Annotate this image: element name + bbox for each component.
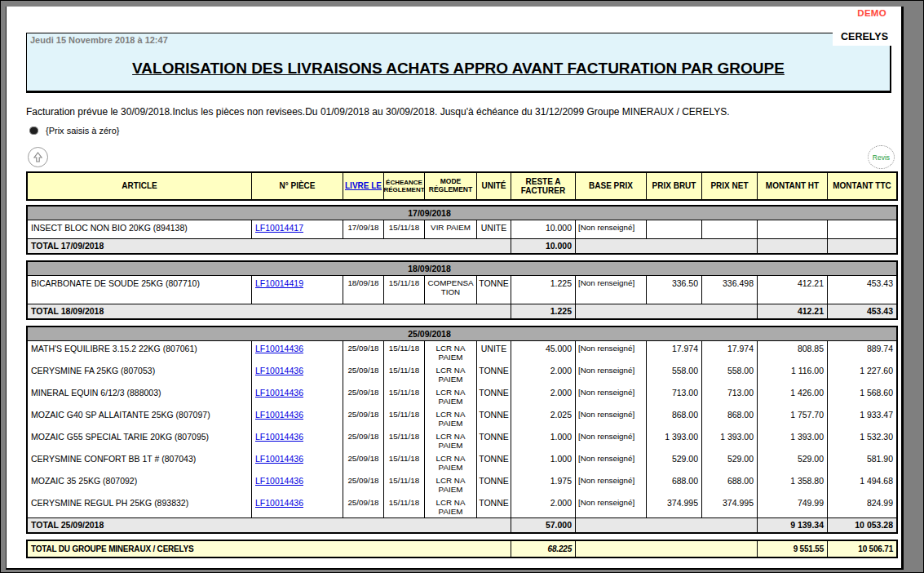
table-groups: 17/09/2018INSECT BLOC NON BIO 20KG (8941… [26,205,898,534]
scroll-top-button[interactable] [28,147,48,167]
group-total-row: TOTAL 18/09/20181.225412.21453.43 [28,304,896,318]
header-echeance-reglement: ÉCHEANCE RÉGLEMENT [384,173,425,199]
table-row: INSECT BLOC NON BIO 20KG (894138)LF10014… [28,220,896,238]
group-date-bar: 25/09/2018 [28,327,896,341]
application-window: DEMO Jeudi 15 Novembre 2018 à 12:47 VALO… [0,0,924,573]
piece-link[interactable]: LF10014419 [255,278,303,288]
montant-ht-cell: 412.21 [758,276,828,304]
piece-link[interactable]: LF10014417 [255,223,303,233]
group-total-label: TOTAL 25/09/2018 [28,518,511,532]
group-date: 25/09/2018 [408,329,451,339]
piece-cell: LF10014436 [252,385,343,407]
prix-brut-cell: 688.00 [647,473,702,495]
prix-net-cell: 17.974 [702,341,758,363]
unite-cell: TONNE [477,363,511,385]
reste-a-facturer-cell: 2.000 [511,495,576,517]
prix-net-cell: 1 393.00 [702,429,758,451]
reste-a-facturer-cell: 45.000 [511,341,576,363]
company-name: CERELYS [833,29,891,46]
article-cell: INSECT BLOC NON BIO 20KG (894138) [28,220,252,238]
article-cell: MOZAIC 35 25KG (807092) [28,473,252,495]
up-arrow-icon [32,151,44,163]
grand-total-block: TOTAL DU GROUPE MINERAUX / CERELYS 68.22… [26,540,898,558]
echeance-cell: 15/11/18 [384,429,425,451]
mode-reglement-cell: VIR PAIEM [425,220,477,238]
group-total-row: TOTAL 17/09/201810.000 [28,238,896,253]
page-title: VALORISATION DES LIVRAISONS ACHATS APPRO… [27,60,890,78]
article-cell: MOZAIC G40 SP ALLAITANTE 25KG (807097) [28,407,252,429]
unite-cell: TONNE [477,276,511,304]
unite-cell: TONNE [477,451,511,473]
group-total-reste: 1.225 [511,304,576,318]
price-zero-legend: {Prix saisis à zéro} [29,126,119,135]
date-group: 25/09/2018MATH'S EQUILIBRE 3.15.2 22KG (… [26,326,898,534]
livre-le-cell: 25/09/18 [343,341,384,363]
unite-cell: TONNE [477,473,511,495]
piece-link[interactable]: LF10014436 [255,388,303,398]
livre-le-sort-link[interactable]: LIVRE LE [345,181,382,191]
echeance-cell: 15/11/18 [384,276,425,304]
group-total-label: TOTAL 17/09/2018 [28,239,511,253]
reste-a-facturer-cell: 1.225 [511,276,576,304]
montant-ht-cell: 1 393.00 [758,429,828,451]
mode-reglement-cell: LCR NA PAIEM [425,451,477,473]
prix-net-cell: 558.00 [702,363,758,385]
piece-cell: LF10014436 [252,407,343,429]
date-group: 18/09/2018BICARBONATE DE SOUDE 25KG (807… [26,260,898,320]
echeance-cell: 15/11/18 [384,451,425,473]
piece-cell: LF10014436 [252,363,343,385]
piece-link[interactable]: LF10014436 [255,454,303,464]
article-cell: MOZAIC G55 SPECIAL TARIE 20KG (807095) [28,429,252,451]
mode-reglement-cell: LCR NA PAIEM [425,495,477,517]
montant-ht-cell: 1 757.70 [758,407,828,429]
prix-brut-cell: 336.50 [647,276,702,304]
article-cell: MATH'S EQUILIBRE 3.15.2 22KG (807061) [28,341,252,363]
group-total-spacer [576,518,758,532]
echeance-cell: 15/11/18 [384,341,425,363]
piece-cell: LF10014436 [252,429,343,451]
reste-a-facturer-cell: 1.975 [511,473,576,495]
report-header-band: Jeudi 15 Novembre 2018 à 12:47 VALORISAT… [26,33,891,93]
echeance-cell: 15/11/18 [384,495,425,517]
prix-brut-cell: 17.974 [647,341,702,363]
prix-brut-cell: 558.00 [647,363,702,385]
revis-button[interactable]: Revis [868,145,895,169]
piece-link[interactable]: LF10014436 [255,366,303,375]
group-total-ttc: 453.43 [828,304,896,318]
piece-link[interactable]: LF10014436 [255,432,303,442]
prix-brut-cell: 868.00 [647,407,702,429]
group-date-bar: 18/09/2018 [28,262,896,276]
table-row: MINERAL EQUIN 6/12/3 (888003)LF100144362… [28,385,896,407]
prix-brut-cell: 374.995 [647,495,702,517]
table-row: CERYSMINE FA 25KG (807053)LF1001443625/0… [28,363,896,385]
montant-ht-cell: 529.00 [758,451,828,473]
piece-link[interactable]: LF10014436 [255,476,303,486]
group-total-reste: 10.000 [511,239,576,253]
revis-button-label: Revis [873,153,890,162]
piece-link[interactable]: LF10014436 [255,344,303,353]
table-header-row: ARTICLE N° PIÈCE LIVRE LE ÉCHEANCE RÉGLE… [26,171,898,201]
piece-link[interactable]: LF10014436 [255,410,303,420]
montant-ht-cell: 1 358.80 [758,473,828,495]
piece-link[interactable]: LF10014436 [255,498,303,508]
livre-le-cell: 25/09/18 [343,407,384,429]
prix-brut-cell: 1 393.00 [647,429,702,451]
reste-a-facturer-cell: 1.000 [511,451,576,473]
article-cell: CERYSMINE CONFORT BB 1T # (807043) [28,451,252,473]
montant-ht-cell: 1 116.00 [758,363,828,385]
unite-cell: TONNE [477,385,511,407]
montant-ht-cell: 1 426.00 [758,385,828,407]
livre-le-cell: 25/09/18 [343,451,384,473]
base-prix-cell: [Non renseigné] [576,363,647,385]
montant-ttc-cell [828,220,896,238]
piece-cell: LF10014436 [252,473,343,495]
prix-net-cell [702,220,758,238]
livre-le-cell: 25/09/18 [343,495,384,517]
unite-cell: TONNE [477,495,511,517]
grand-total-row: TOTAL DU GROUPE MINERAUX / CERELYS 68.22… [28,541,896,557]
reste-a-facturer-cell: 2.000 [511,385,576,407]
report-info-line: Facturation prévue le 30/09/2018.Inclus … [26,106,891,118]
piece-cell: LF10014436 [252,341,343,363]
group-total-reste: 57.000 [511,518,576,532]
montant-ttc-cell: 453.43 [828,276,896,304]
